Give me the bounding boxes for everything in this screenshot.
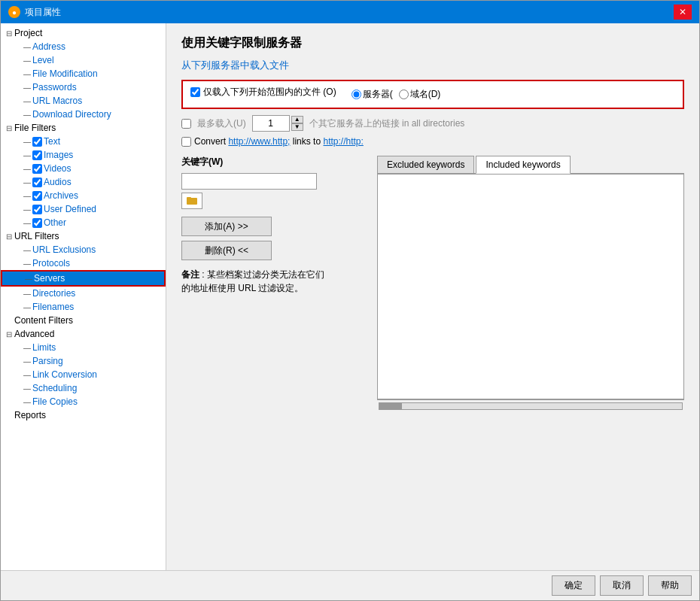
title-bar: ● 项目属性 ✕ (1, 1, 699, 23)
checkbox-label-1: 仅载入下列开始范围内的文件 (O) (203, 86, 336, 99)
cancel-button[interactable]: 取消 (600, 575, 644, 596)
load-files-checkbox[interactable] (190, 87, 200, 97)
convert-row: Convert http://www.http; links to http:/… (181, 136, 684, 147)
sidebar-item-text[interactable]: — Text (1, 135, 166, 148)
dash-icon: — (22, 260, 32, 268)
sidebar-item-label: URL Exclusions (32, 244, 96, 255)
ok-button[interactable]: 确定 (552, 575, 595, 596)
radio-server-label: 服务器( (352, 88, 393, 101)
sidebar-item-label: Text (32, 136, 60, 147)
sidebar-item-url-filters[interactable]: ⊟ URL Filters (1, 229, 166, 243)
sidebar-item-label: Filenames (32, 302, 74, 312)
sidebar-item-limits[interactable]: — Limits (1, 341, 166, 354)
sidebar-item-content-filters[interactable]: Content Filters (1, 314, 166, 327)
sidebar-item-label: Address (32, 41, 65, 52)
folder-icon (187, 196, 197, 206)
sidebar-item-label: File Modification (32, 68, 98, 79)
sidebar-item-parsing[interactable]: — Parsing (1, 354, 166, 368)
radio-domain[interactable] (399, 90, 409, 99)
sidebar-item-reports[interactable]: Reports (1, 408, 166, 422)
title-bar-left: ● 项目属性 (8, 6, 61, 19)
dash-icon: — (22, 192, 32, 200)
svg-rect-1 (187, 197, 191, 199)
radio-group: 服务器( 域名(D) (352, 88, 441, 101)
dash-icon: — (22, 371, 32, 379)
sidebar-item-archives[interactable]: — Archives (1, 189, 166, 202)
sidebar-item-url-exclusions[interactable]: — URL Exclusions (1, 243, 166, 256)
expand-icon: ⊟ (4, 124, 14, 132)
bottom-bar: 确定 取消 帮助 (1, 570, 699, 600)
sidebar-item-download-directory[interactable]: — Download Directory (1, 108, 166, 121)
convert-link2[interactable]: http://http: (323, 136, 363, 147)
sidebar-item-audios[interactable]: — Audios (1, 175, 166, 189)
sidebar-item-label: Servers (34, 273, 65, 284)
sidebar-item-file-filters[interactable]: ⊟ File Filters (1, 121, 166, 135)
sidebar-item-address[interactable]: — Address (1, 40, 166, 53)
sidebar-item-user-defined[interactable]: — User Defined (1, 202, 166, 216)
keyword-actions: 添加(A) >> 删除(R) << (181, 217, 362, 260)
section-link[interactable]: 从下列服务器中载入文件 (181, 59, 684, 72)
keyword-icon-button[interactable] (181, 193, 202, 209)
sidebar-item-label: URL Filters (14, 231, 59, 241)
sidebar-item-protocols[interactable]: — Protocols (1, 256, 166, 270)
dialog-title: 项目属性 (25, 6, 61, 19)
add-keyword-button[interactable]: 添加(A) >> (181, 217, 272, 236)
sidebar-item-images[interactable]: — Images (1, 148, 166, 162)
sidebar-item-file-modification[interactable]: — File Modification (1, 67, 166, 80)
user-defined-checkbox[interactable] (32, 205, 42, 214)
sidebar-item-label: File Copies (32, 396, 78, 407)
other-checkbox[interactable] (32, 218, 42, 228)
sidebar-item-label: Directories (32, 288, 75, 299)
sidebar-item-label: Protocols (32, 258, 70, 269)
tab-excluded[interactable]: Excluded keywords (377, 156, 474, 173)
sidebar-item-videos[interactable]: — Videos (1, 162, 166, 175)
dash-icon: — (22, 205, 32, 214)
convert-link1[interactable]: http://www.http; (228, 136, 290, 147)
dialog-body: ⊟ Project — Address — Level — File Modif… (1, 23, 699, 570)
sidebar-item-filenames[interactable]: — Filenames (1, 300, 166, 314)
tab-included[interactable]: Included keywords (476, 156, 570, 174)
dash-icon: — (22, 111, 32, 119)
sidebar-item-label: URL Macros (32, 96, 82, 106)
max-load-input[interactable] (252, 115, 290, 132)
archives-checkbox[interactable] (32, 191, 42, 201)
convert-checkbox[interactable] (181, 137, 191, 147)
dialog-window: ● 项目属性 ✕ ⊟ Project — Address — Level — (0, 0, 700, 601)
max-load-checkbox[interactable] (181, 119, 191, 129)
audios-checkbox[interactable] (32, 178, 42, 187)
spin-buttons: ▲ ▼ (291, 116, 303, 131)
scrollbar-track[interactable] (379, 402, 683, 410)
keyword-input[interactable] (181, 173, 317, 190)
help-button[interactable]: 帮助 (648, 575, 692, 596)
sidebar-item-servers[interactable]: — Servers (1, 270, 166, 287)
sidebar-item-label: Passwords (32, 82, 77, 93)
text-checkbox[interactable] (32, 137, 42, 147)
sidebar-item-project[interactable]: ⊟ Project (1, 26, 166, 40)
filter-options-box: 仅载入下列开始范围内的文件 (O) 服务器( 域名(D) (181, 80, 684, 109)
videos-checkbox[interactable] (32, 164, 42, 174)
note-area: 备注 : 某些档案过滤分类无法在它们的地址框使用 URL 过滤设定。 (181, 260, 332, 302)
dash-icon: — (22, 344, 32, 352)
sidebar-item-passwords[interactable]: — Passwords (1, 80, 166, 94)
spin-up-button[interactable]: ▲ (291, 116, 303, 123)
images-checkbox[interactable] (32, 150, 42, 160)
sidebar-item-scheduling[interactable]: — Scheduling (1, 381, 166, 395)
expand-icon: ⊟ (4, 29, 14, 38)
spin-down-button[interactable]: ▼ (291, 123, 303, 131)
sidebar-item-advanced[interactable]: ⊟ Advanced (1, 327, 166, 341)
sidebar-item-level[interactable]: — Level (1, 53, 166, 67)
radio-server[interactable] (352, 90, 361, 99)
sidebar-item-label: Download Directory (32, 109, 111, 120)
sidebar-item-label: Videos (32, 163, 71, 174)
sidebar-item-url-macros[interactable]: — URL Macros (1, 94, 166, 108)
sidebar-item-link-conversion[interactable]: — Link Conversion (1, 368, 166, 381)
dash-icon: — (22, 70, 32, 78)
scrollbar-area (377, 399, 684, 411)
remove-keyword-button[interactable]: 删除(R) << (181, 241, 272, 260)
sidebar-item-directories[interactable]: — Directories (1, 287, 166, 300)
close-button[interactable]: ✕ (674, 5, 692, 20)
dash-icon: — (22, 219, 32, 227)
sidebar-item-file-copies[interactable]: — File Copies (1, 395, 166, 408)
sidebar-item-label: Content Filters (14, 315, 73, 326)
sidebar-item-other[interactable]: — Other (1, 216, 166, 229)
